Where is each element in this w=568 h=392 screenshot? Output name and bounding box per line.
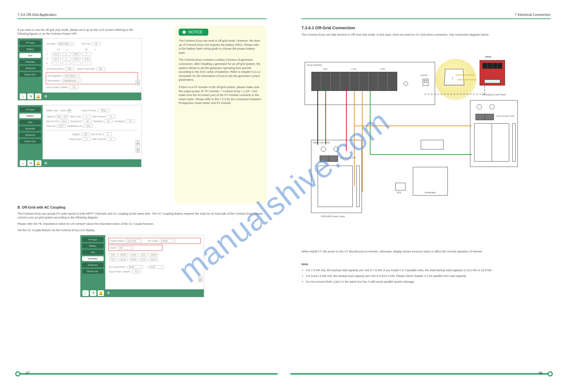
notes-heading: Note: (301, 262, 551, 266)
gridreg-dropdown[interactable]: UL1741SA (64, 74, 80, 78)
uvt3[interactable]: — (62, 62, 71, 65)
sidebar-advanced[interactable]: Advanced (19, 133, 41, 137)
uv1[interactable]: 211.2 (52, 52, 61, 56)
home-loads-label: 120V/240V Home Loads (321, 215, 345, 217)
sidebar-pv[interactable]: PV Input (82, 237, 104, 242)
page-number: 37 (25, 371, 30, 375)
uvt1[interactable]: 2 (62, 52, 71, 56)
ring-icon (321, 147, 326, 152)
reconnect-val[interactable]: 300 (65, 67, 74, 71)
ov3[interactable]: — (72, 62, 81, 65)
uv2[interactable]: 211.2 (52, 57, 61, 60)
grid-red-highlight: Grid Regulation UL1741SA Reconnection In… (46, 72, 138, 84)
rule-bottom (290, 373, 551, 375)
grid-type-label: Grid Type (46, 43, 55, 45)
section-b-text3: Set the AC Couple feature via the Fortre… (17, 228, 267, 232)
meter-port-label: METER (421, 74, 427, 76)
protocol-val[interactable]: eFlex (98, 109, 110, 112)
sidebar-generator[interactable]: Generator (19, 126, 41, 131)
generator-label: Generator (413, 191, 447, 194)
lcd-sidebar: PV Input Battery Grid Generator Advanced… (18, 38, 43, 93)
uv3[interactable]: — (52, 62, 61, 65)
wire-pe (370, 91, 371, 154)
terminal-labels: GEN LOAD GRID (311, 68, 397, 70)
ovt1[interactable]: 1 (82, 52, 91, 56)
sidebar-generator[interactable]: Generator (19, 59, 41, 64)
scroll-up[interactable]: ▴ (135, 140, 140, 146)
ovt2[interactable]: 0.16 (82, 57, 91, 60)
sidebar-advanced[interactable]: Advanced (19, 66, 41, 71)
import-limit-val[interactable]: 0.0 (70, 86, 79, 89)
period-to[interactable]: 23:59 (148, 265, 164, 269)
sidebar-grid[interactable]: Grid (19, 53, 41, 58)
bell-icon[interactable]: 🔔 (35, 93, 41, 99)
ct-wire (457, 79, 476, 80)
bell-icon[interactable]: 🔔 (35, 160, 41, 166)
wire (346, 91, 347, 151)
batt-type-val: Lithium (60, 109, 66, 112)
left-column: If you want to use the off grid only mod… (17, 25, 142, 172)
sidebar-grid[interactable]: Grid (82, 250, 104, 255)
home-icon[interactable]: ⌂ (20, 93, 26, 99)
page-right: 7 Electrical Connection 7.3.6.1 Off-Grid… (284, 0, 568, 392)
grid-freq-value[interactable]: 60 (92, 42, 101, 45)
power-val[interactable]: 100 (96, 67, 105, 71)
sidebar-battery[interactable]: Battery (19, 113, 41, 118)
sidebar-device[interactable]: Device Info. (19, 139, 41, 144)
sidebar-battery[interactable]: Battery (82, 244, 104, 248)
scroll-up[interactable]: ▴ (135, 80, 140, 86)
gen-red-highlight-2: On/Off Volt (108, 245, 163, 251)
protocol-label: Lithium Protocol (81, 109, 96, 112)
home-icon[interactable]: ⌂ (82, 290, 89, 296)
ovt3[interactable]: — (82, 62, 91, 65)
sub-breakers (474, 123, 509, 162)
chart-icon[interactable]: ◔ (27, 93, 34, 99)
terminal-strip (311, 72, 397, 91)
lcd-panel-generator: PV Input Battery Grid Generator Advanced… (80, 235, 204, 297)
bell-icon[interactable]: 🔔 (98, 290, 104, 296)
chart-icon[interactable]: ◔ (90, 290, 96, 296)
sidebar-device[interactable]: Device Info. (19, 72, 41, 77)
gen-red-highlight-1: Couple Position Grid Side AC Couple Enab… (108, 238, 201, 244)
scroll-down[interactable]: ▾ (135, 147, 140, 153)
lcd3-sidebar: PV Input Battery Grid Generator Advanced… (80, 235, 105, 289)
sidebar-device[interactable]: Device Info. (82, 269, 104, 274)
reconn2-dropdown[interactable]: Instantaneous (62, 79, 81, 82)
sidebar-grid[interactable]: Grid (19, 120, 41, 125)
sidebar-pv[interactable]: PV Input (19, 107, 41, 112)
onoff-val[interactable]: Volt (118, 246, 134, 250)
right-heading: 7.3.6.1 Off-Grid Connection (301, 25, 551, 30)
sidebar-advanced[interactable]: Advanced (82, 263, 104, 267)
import-val[interactable]: 0.0 (132, 270, 141, 273)
lcd-main: Grid Type Split Phase Grid Freq 60 UV s … (43, 38, 141, 93)
gear-icon[interactable]: ⚙ (43, 93, 49, 99)
gear-icon[interactable]: ⚙ (105, 290, 112, 296)
period-from[interactable]: 00:00 (127, 265, 143, 269)
sidebar-generator[interactable]: Generator (82, 256, 104, 261)
right-text: The Fortress Envy can fully function in … (301, 33, 551, 37)
ov2[interactable]: 264.0 (72, 57, 81, 60)
grid-type-dropdown[interactable]: Split Phase (57, 42, 74, 45)
sidebar-battery[interactable]: Battery (19, 47, 41, 52)
rj45-port (423, 79, 428, 86)
ov1[interactable]: 264.0 (72, 52, 81, 56)
conn-val[interactable]: Grid Side (126, 239, 142, 243)
note-bullet-3: Do not connect Both L1&L2 in the same bu… (306, 280, 551, 284)
batt-type-check[interactable] (68, 109, 71, 113)
scroll-up[interactable]: ▴ (198, 277, 203, 282)
gear-icon[interactable]: ⚙ (43, 160, 49, 166)
home-icon[interactable]: ⌂ (20, 160, 26, 166)
ac-val[interactable]: Enable (160, 239, 176, 243)
onoff-label: On/Off (110, 247, 116, 249)
page-left: 7.3.6 Off-Grid Application If you want t… (0, 0, 284, 392)
uvt2[interactable]: 1 (62, 57, 71, 60)
notice-dot-icon (183, 31, 186, 34)
wiring-diagram: Envy Inverter GEN LOAD GRID (301, 62, 537, 246)
sidebar-pv[interactable]: PV Input (19, 40, 41, 45)
lcd-panel-battery: PV Input Battery Grid Generator Advanced… (17, 105, 142, 167)
reconn2-label: Reconnection (47, 79, 60, 82)
wire-n (354, 91, 355, 186)
chart-icon[interactable]: ◔ (27, 160, 34, 166)
ov-label: OV (80, 48, 93, 51)
inverter-label: Envy Inverter (307, 64, 322, 66)
